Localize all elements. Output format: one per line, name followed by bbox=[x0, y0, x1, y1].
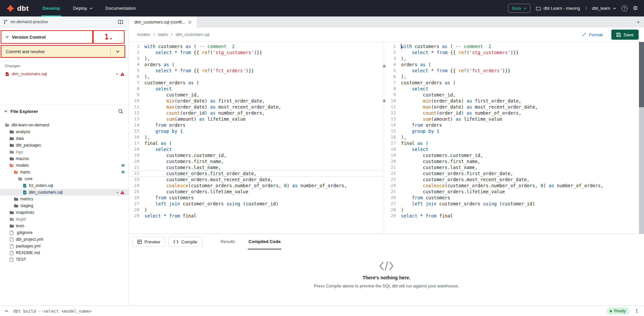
branch-selector[interactable]: dbt_learn bbox=[592, 6, 616, 11]
tab-results[interactable]: Results bbox=[220, 234, 236, 249]
code-line[interactable]: 22 customer_orders.first_order_date, bbox=[385, 170, 639, 176]
file-explorer-header[interactable]: File Explorer bbox=[0, 105, 129, 118]
kebab-menu-icon[interactable]: ⋮ bbox=[634, 308, 639, 314]
code-line[interactable]: 20 customers.first_name, bbox=[385, 158, 639, 164]
left-pane-scrollbar[interactable] bbox=[382, 42, 385, 234]
code-line[interactable]: 12 count(order_id) as number_of_orders, bbox=[385, 110, 639, 116]
code-line[interactable]: 7customer_orders as ( bbox=[129, 80, 382, 86]
code-line[interactable]: 6), bbox=[385, 74, 639, 80]
tree-item-models[interactable]: modelsM bbox=[0, 162, 129, 169]
code-line[interactable]: 29select * from final bbox=[129, 213, 382, 219]
code-line[interactable]: 23 customer_orders.most_recent_order_dat… bbox=[385, 176, 639, 183]
code-line[interactable]: 13 sum(amount) as lifetime_value bbox=[129, 116, 382, 122]
commit-and-resolve-button[interactable]: Commit and resolve bbox=[1, 46, 125, 57]
code-line[interactable]: 17final as ( bbox=[385, 140, 639, 146]
save-button[interactable]: Save bbox=[611, 30, 639, 40]
tree-item-.gitignore[interactable]: .gitignore bbox=[0, 229, 129, 236]
tree-item-dbt_packages[interactable]: dbt_packages bbox=[0, 142, 129, 149]
code-line[interactable]: 9 customer_id, bbox=[129, 92, 382, 98]
code-line[interactable]: 5 select * from {{ ref('fct_orders')}} bbox=[129, 68, 382, 74]
code-line[interactable]: 4orders as ( bbox=[129, 62, 382, 68]
code-line[interactable]: 16), bbox=[129, 134, 382, 140]
code-pane-right[interactable]: 1with customers as ( -- comment 22 selec… bbox=[385, 42, 639, 234]
code-line[interactable]: 14 from orders bbox=[385, 122, 639, 128]
code-line[interactable]: 7customer_orders as ( bbox=[385, 80, 639, 86]
docs-book-icon[interactable] bbox=[118, 20, 123, 24]
code-line[interactable]: 21 customers.last_name, bbox=[385, 164, 639, 170]
code-line[interactable]: 29select * from final bbox=[385, 213, 639, 219]
code-line[interactable]: 24 coalesce(customer_orders.number_of_or… bbox=[385, 183, 639, 189]
breadcrumb-models[interactable]: models bbox=[137, 32, 150, 37]
code-line[interactable]: 28) bbox=[385, 207, 639, 213]
chevron-up-icon[interactable] bbox=[5, 310, 8, 312]
breadcrumb-file[interactable]: dim_customers.sql bbox=[176, 32, 209, 37]
code-line[interactable]: 25 customer_orders.lifetime_value bbox=[385, 189, 639, 195]
code-line[interactable]: 23 customer_orders.most_recent_order_dat… bbox=[129, 176, 382, 183]
commit-dropdown-chevron-icon[interactable] bbox=[111, 50, 124, 53]
tree-item-staging[interactable]: staging bbox=[0, 202, 129, 209]
code-line[interactable]: 9 customer_id, bbox=[385, 92, 639, 98]
tree-item-core[interactable]: core bbox=[0, 175, 129, 182]
code-line[interactable]: 19 customers.customer_id, bbox=[129, 152, 382, 158]
format-button[interactable]: Format bbox=[582, 32, 603, 37]
help-icon[interactable]: ? bbox=[621, 5, 628, 11]
code-line[interactable]: 28) bbox=[129, 207, 382, 213]
tree-item-packages.yml[interactable]: packages.yml bbox=[0, 243, 129, 249]
tree-item-dim_customers.sql[interactable]: dim_customers.sql• bbox=[0, 189, 129, 196]
compile-button[interactable]: Compile bbox=[168, 237, 202, 247]
tree-item-dbt-learn-on-demand[interactable]: dbt-learn-on-demand bbox=[0, 122, 129, 128]
nav-develop[interactable]: Develop bbox=[36, 0, 67, 16]
beta-dropdown[interactable]: Beta bbox=[508, 4, 531, 13]
dbt-logo[interactable]: dbt bbox=[0, 0, 36, 16]
code-line[interactable]: 27 left join customer_orders using (cust… bbox=[129, 201, 382, 207]
code-line[interactable]: 8 select bbox=[129, 86, 382, 92]
tree-item-metrics[interactable]: metrics bbox=[0, 196, 129, 202]
code-line[interactable]: 2 select * from {{ ref('stg_customers')}… bbox=[129, 49, 382, 55]
project-selector[interactable]: dbt Learn - mwong bbox=[536, 6, 580, 11]
code-line[interactable]: 13 sum(amount) as lifetime_value bbox=[385, 116, 639, 122]
tree-item-analysis[interactable]: analysis bbox=[0, 128, 129, 135]
new-tab-button[interactable]: + bbox=[633, 16, 644, 28]
code-line[interactable]: 24 coalesce(customer_orders.number_of_or… bbox=[129, 183, 382, 189]
code-line[interactable]: 11 max(order_date) as most_recent_order_… bbox=[385, 104, 639, 110]
code-line[interactable]: 3), bbox=[385, 55, 639, 62]
tree-item-logs[interactable]: logs bbox=[0, 149, 129, 155]
code-line[interactable]: 16), bbox=[385, 134, 639, 140]
tree-item-snapshots[interactable]: snapshots bbox=[0, 209, 129, 216]
code-line[interactable]: 27 left join customer_orders using (cust… bbox=[385, 201, 639, 207]
nav-documentation[interactable]: Documentation bbox=[99, 0, 142, 16]
code-line[interactable]: 20 customers.first_name, bbox=[129, 158, 382, 164]
code-line[interactable]: 12 count(order_id) as number_of_orders, bbox=[129, 110, 382, 116]
code-line[interactable]: 17final as ( bbox=[129, 140, 382, 146]
code-line[interactable]: 8 select bbox=[385, 86, 639, 92]
code-line[interactable]: 15 group by 1 bbox=[385, 128, 639, 134]
editor-scrollbar[interactable] bbox=[639, 42, 644, 234]
code-line[interactable]: 25 customer_orders.lifetime_value bbox=[129, 189, 382, 195]
breadcrumb-marts[interactable]: marts bbox=[158, 32, 168, 37]
command-input[interactable]: dbt build --select <model_name> bbox=[13, 309, 92, 314]
code-line[interactable]: 15 group by 1 bbox=[129, 128, 382, 134]
tree-item-README.md[interactable]: README.md bbox=[0, 249, 129, 256]
code-line[interactable]: 26 from customers bbox=[385, 195, 639, 201]
code-line[interactable]: 18 select bbox=[385, 146, 639, 152]
settings-gear-icon[interactable]: ⚙ bbox=[633, 5, 638, 11]
code-line[interactable]: 5 select * from {{ ref('fct_orders')}} bbox=[385, 68, 639, 74]
nav-deploy[interactable]: Deploy bbox=[67, 0, 99, 16]
code-line[interactable]: 10 min(order_date) as first_order_date, bbox=[385, 98, 639, 104]
scrollbar-thumb[interactable] bbox=[639, 42, 644, 107]
code-line[interactable]: 21 customers.last_name, bbox=[129, 164, 382, 170]
search-icon[interactable] bbox=[118, 109, 123, 114]
tree-item-tests[interactable]: tests bbox=[0, 223, 129, 229]
code-line[interactable]: 18 select bbox=[129, 146, 382, 152]
code-line[interactable]: 1with customers as ( -- comment 2 bbox=[129, 43, 382, 49]
tree-item-macros[interactable]: macros bbox=[0, 155, 129, 162]
code-line[interactable]: 26 from customers bbox=[129, 195, 382, 201]
tree-item-marts[interactable]: martsM bbox=[0, 169, 129, 175]
code-line[interactable]: 19 customers.customer_id, bbox=[385, 152, 639, 158]
tree-item-fct_orders.sql[interactable]: fct_orders.sql bbox=[0, 182, 129, 189]
code-line[interactable]: 22 customer_orders.first_order_date, bbox=[129, 170, 382, 176]
tree-item-TEST[interactable]: TEST bbox=[0, 256, 129, 263]
current-branch-bar[interactable]: on-demand-practice bbox=[0, 16, 129, 28]
code-line[interactable]: 2 select * from {{ ref('stg_customers')}… bbox=[385, 49, 639, 55]
code-line[interactable]: 11 max(order_date) as most_recent_order_… bbox=[129, 104, 382, 110]
